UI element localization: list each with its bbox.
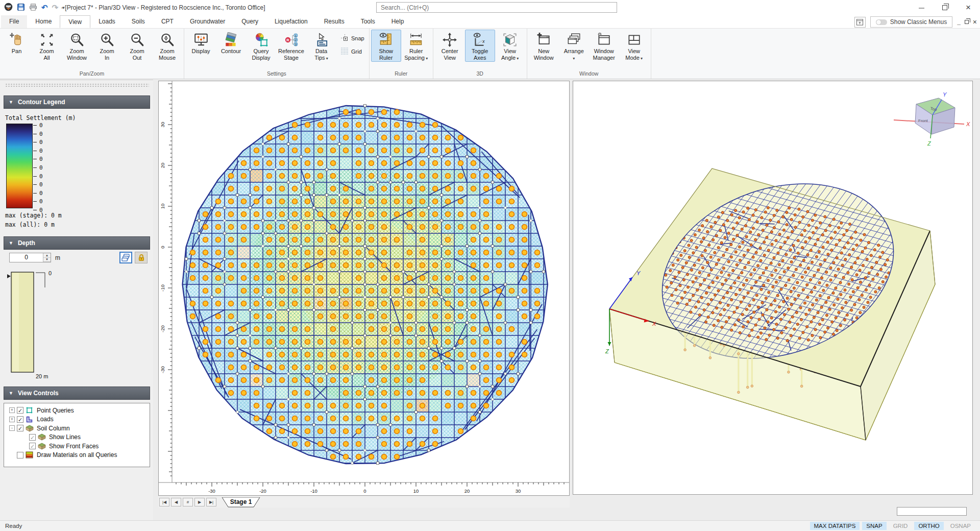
view-3d-canvas[interactable]: Y X Z Top Front X Y Z [573, 81, 972, 494]
statusbar-toggle-grid[interactable]: GRID [889, 522, 912, 530]
tree-checkbox[interactable] [17, 452, 23, 458]
tree-checkbox[interactable]: ✓ [17, 407, 23, 414]
contour-button[interactable]: Contour [216, 30, 246, 55]
lock-button[interactable] [135, 252, 148, 263]
spinner-arrows[interactable]: ▲▼ [43, 253, 51, 262]
tree-checkbox[interactable]: ✓ [29, 443, 36, 449]
ribbon: PanZoomAllZoomWindowZoomInZoomOutZoomMou… [0, 29, 980, 79]
tab-query[interactable]: Query [233, 15, 266, 28]
tab-home[interactable]: Home [27, 15, 60, 28]
tab-tools[interactable]: Tools [353, 15, 383, 28]
save-icon[interactable] [17, 3, 25, 13]
legend-tick: 0 [33, 122, 43, 129]
redo-icon[interactable]: ↷ [52, 4, 59, 12]
new-window-button[interactable]: NewWindow [529, 30, 559, 62]
tree-item-show-front-faces[interactable]: ✓Show Front Faces [4, 442, 150, 451]
sidebar-drag-handle[interactable] [5, 83, 149, 88]
zoom-all-button[interactable]: ZoomAll [32, 30, 62, 62]
tree-expander[interactable]: + [9, 417, 15, 422]
restore-button[interactable] [933, 0, 957, 15]
ribbon-group-3d: CenterViewxToggleAxesViewAngle ▾3D [433, 29, 527, 79]
zoom-mouse-icon [160, 32, 175, 48]
tree-item-soil-column[interactable]: -✓Soil Column [4, 424, 150, 433]
display-icon [193, 32, 209, 48]
toggle-axes-button[interactable]: xToggleAxes [465, 30, 495, 62]
app-icon[interactable] [4, 3, 13, 13]
depth-header[interactable]: ▼ Depth [4, 236, 150, 250]
statusbar-toggle-max-datatips[interactable]: MAX DATATIPS [810, 522, 860, 530]
plan-view-canvas[interactable]: -30-20-100102030-30-20-100102030 [159, 81, 569, 495]
tree-item-loads[interactable]: +✓Loads [4, 415, 150, 424]
zoom-out-icon [130, 32, 145, 48]
display-button[interactable]: Display [186, 30, 216, 55]
tree-checkbox[interactable]: ✓ [17, 425, 23, 431]
grid-button[interactable]: Grid [340, 47, 364, 56]
tree-item-point-queries[interactable]: +✓Point Queries [4, 406, 150, 415]
legend-max-stage: max (stage): 0 m [5, 212, 62, 219]
pan-button[interactable]: Pan [2, 30, 32, 55]
stage-tab[interactable]: Stage 1 [221, 497, 261, 508]
view-mode-button[interactable]: ViewMode ▾ [619, 30, 649, 62]
stage-nav-button-2[interactable]: # [183, 498, 193, 506]
zoom-out-button[interactable]: ZoomOut [122, 30, 152, 62]
tree-item-draw-materials-on-all-queries[interactable]: Draw Materials on all Queries [4, 451, 150, 460]
show-ruler-button[interactable]: ShowRuler [371, 30, 401, 62]
tree-checkbox[interactable]: ✓ [29, 434, 36, 441]
stage-nav-button-0[interactable]: |◀ [159, 498, 169, 506]
query-display-button[interactable]: QueryDisplay [246, 30, 276, 62]
view-controls-header[interactable]: ▼ View Controls [4, 387, 150, 400]
statusbar-toggle-ortho[interactable]: ORTHO [914, 522, 943, 530]
svg-text:20: 20 [160, 163, 165, 168]
print-icon[interactable] [29, 3, 37, 13]
zoom-in-button[interactable]: ZoomIn [92, 30, 122, 62]
ribbon-collapse-button[interactable] [854, 17, 866, 28]
search-input[interactable] [376, 2, 617, 13]
view-angle-button[interactable]: ViewAngle ▾ [495, 30, 525, 62]
show-classic-menus-toggle[interactable]: Show Classic Menus [870, 16, 952, 28]
tab-groundwater[interactable]: Groundwater [182, 15, 233, 28]
child-close-button[interactable]: × [973, 18, 977, 26]
tree-item-show-lines[interactable]: ✓Show Lines [4, 433, 150, 442]
center-view-button[interactable]: CenterView [435, 30, 465, 62]
svg-text:Y: Y [636, 270, 641, 276]
minimize-button[interactable] [910, 0, 933, 15]
tab-cpt[interactable]: CPT [153, 15, 182, 28]
apply-all-views-button[interactable] [119, 252, 132, 263]
window-manager-button[interactable]: WindowManager [589, 30, 619, 62]
data-tips-button[interactable]: DataTips ▾ [306, 30, 336, 62]
tab-soils[interactable]: Soils [124, 15, 153, 28]
stage-nav-button-4[interactable]: ▶| [206, 498, 216, 506]
statusbar-toggle-snap[interactable]: SNAP [862, 522, 886, 530]
toggle-switch-icon [876, 19, 887, 25]
svg-text:Z: Z [927, 140, 932, 147]
stage-nav-button-1[interactable]: ◀ [171, 498, 181, 506]
point-queries-icon [26, 406, 35, 414]
reference-stage-button[interactable]: R123ReferenceStage [276, 30, 306, 62]
center-view-icon [442, 32, 457, 48]
tab-view[interactable]: View [60, 15, 90, 28]
stage-nav-button-3[interactable]: ▶ [194, 498, 205, 506]
tab-loads[interactable]: Loads [90, 15, 124, 28]
close-button[interactable]: × [957, 0, 980, 15]
tab-results[interactable]: Results [316, 15, 353, 28]
tab-help[interactable]: Help [383, 15, 412, 28]
tab-liquefaction[interactable]: Liquefaction [266, 15, 316, 28]
tree-expander[interactable]: - [9, 425, 15, 431]
zoom-window-button[interactable]: ZoomWindow [62, 30, 92, 62]
arrange-button[interactable]: Arrange▾ [559, 30, 589, 62]
statusbar-toggle-osnap[interactable]: OSNAP [946, 522, 975, 530]
tab-file[interactable]: File [1, 15, 27, 28]
zoom-mouse-button[interactable]: ZoomMouse [152, 30, 182, 62]
svg-text:-30: -30 [208, 488, 215, 494]
child-restore-button[interactable] [965, 20, 969, 24]
undo-icon[interactable]: ↶ [41, 4, 48, 12]
ruler-spacing-button[interactable]: RulerSpacing ▾ [401, 30, 431, 62]
tree-checkbox[interactable]: ✓ [17, 416, 23, 423]
depth-spinner[interactable]: 0 ▲▼ [9, 253, 51, 262]
contour-legend-header[interactable]: ▼ Contour Legend [4, 95, 150, 109]
child-minimize-button[interactable]: _ [957, 18, 961, 26]
tree-label: Soil Column [37, 425, 70, 432]
tree-expander[interactable]: + [9, 407, 15, 413]
snap-button[interactable]: Snap [340, 34, 364, 43]
svg-text:20: 20 [464, 488, 470, 494]
